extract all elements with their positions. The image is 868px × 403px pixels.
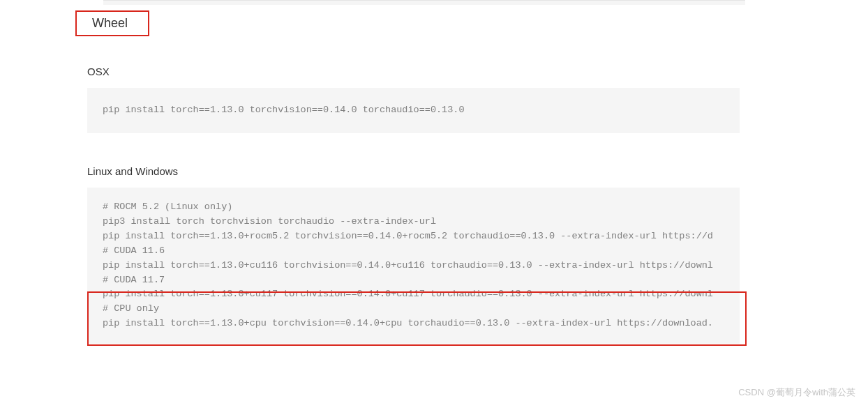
watermark: CSDN @葡萄月令with蒲公英	[738, 386, 855, 399]
top-divider	[103, 0, 745, 5]
heading-wheel: Wheel	[75, 10, 149, 36]
code-block-linux-windows[interactable]: # ROCM 5.2 (Linux only) pip3 install tor…	[87, 188, 740, 344]
code-block-osx[interactable]: pip install torch==1.13.0 torchvision==0…	[87, 88, 740, 133]
heading-osx: OSX	[87, 66, 784, 77]
heading-linux-windows: Linux and Windows	[87, 165, 784, 177]
